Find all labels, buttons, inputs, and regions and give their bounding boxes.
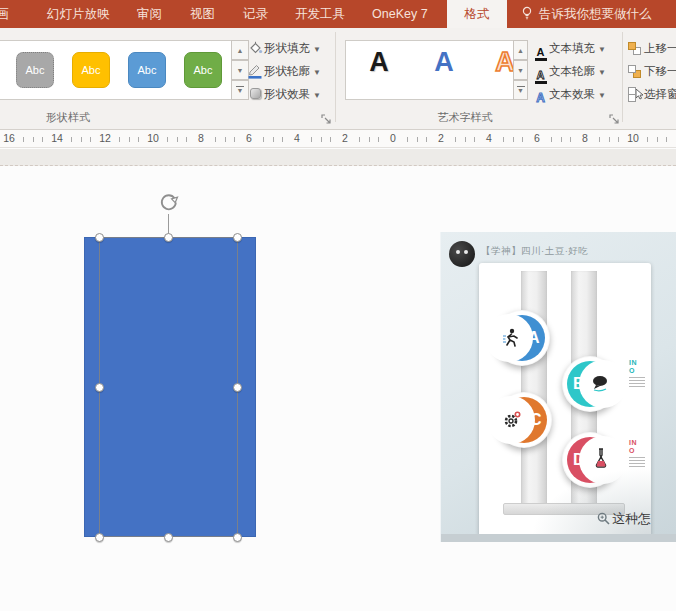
ruler-number: 8 [576, 132, 594, 144]
item-letter: B [573, 375, 585, 393]
option-text-d: IN O [629, 439, 651, 467]
tab-review[interactable]: 审阅 [137, 0, 162, 28]
speech-bubble-icon [590, 373, 610, 397]
resize-handle-bottom-center[interactable] [164, 533, 173, 542]
tell-me-box[interactable]: 告诉我你想要做什么 [521, 0, 652, 28]
text-fill-icon: A [532, 46, 549, 62]
text-outline-icon: A [532, 69, 549, 85]
shape-fill-button[interactable]: 形状填充▼ [247, 38, 321, 59]
text-fill-label: 文本填充 [549, 42, 595, 54]
dialog-launcher-icon[interactable] [321, 111, 333, 123]
ruler-number: 4 [480, 132, 498, 144]
send-backward-button[interactable]: 下移一层 [627, 61, 676, 82]
flask-icon [591, 447, 611, 473]
text-outline-label: 文本轮廓 [549, 65, 595, 77]
resize-handle-middle-right[interactable] [233, 383, 242, 392]
rotate-handle-icon[interactable] [158, 192, 180, 214]
bring-forward-button[interactable]: 上移一层 [627, 38, 676, 59]
dialog-launcher-icon[interactable] [609, 111, 621, 123]
resize-handle-bottom-right[interactable] [233, 533, 242, 542]
resize-handle-middle-left[interactable] [95, 383, 104, 392]
shape-effects-button[interactable]: 形状效果▼ [247, 84, 321, 105]
shape-outline-label: 形状轮廓 [264, 65, 310, 77]
dropdown-arrow-icon: ▼ [313, 68, 321, 77]
infographic-item-c: C [496, 392, 552, 448]
ruler-number: 10 [144, 132, 162, 144]
dropdown-arrow-icon: ▼ [313, 91, 321, 100]
resize-handle-top-right[interactable] [233, 233, 242, 242]
ruler-number: 8 [192, 132, 210, 144]
wordart-preset-blue[interactable]: A [422, 47, 466, 78]
tab-record[interactable]: 记录 [243, 0, 268, 28]
text-effects-icon: A [532, 92, 549, 108]
paint-bucket-icon [247, 40, 264, 56]
bring-forward-icon [627, 40, 644, 56]
infographic-item-a: A [494, 310, 550, 366]
powerpoint-format-tab-screen: { "tabbar": { "tabs": [ {"label": "动画"},… [0, 0, 676, 611]
shape-fill-label: 形状填充 [264, 42, 310, 54]
dropdown-arrow-icon: ▼ [598, 68, 606, 77]
pencil-outline-icon [247, 63, 264, 79]
tab-slideshow[interactable]: 幻灯片放映 [47, 0, 110, 28]
ruler-number: 10 [624, 132, 642, 144]
ruler-number: 6 [240, 132, 258, 144]
shape-styles-group-label: 形状样式 [40, 110, 96, 125]
infographic-item-b: B [562, 356, 618, 412]
tab-developer[interactable]: 开发工具 [295, 0, 345, 28]
ruler-number: 0 [384, 132, 402, 144]
selection-pane-icon [627, 86, 644, 102]
ruler-number: 4 [288, 132, 306, 144]
dropdown-arrow-icon: ▼ [313, 45, 321, 54]
send-backward-label: 下移一层 [644, 65, 676, 77]
ruler-number: 2 [336, 132, 354, 144]
horizontal-ruler[interactable]: 16 14 12 10 8 6 4 2 0 2 4 6 8 10 [0, 130, 676, 148]
shape-style-preset-gray[interactable]: Abc [16, 52, 54, 88]
text-effects-button[interactable]: A文本效果▼ [532, 84, 606, 105]
resize-handle-top-left[interactable] [95, 233, 104, 242]
shape-style-preset-blue[interactable]: Abc [128, 52, 166, 88]
lightbulb-icon [521, 2, 533, 30]
resize-handle-bottom-left[interactable] [95, 533, 104, 542]
selection-pane-button[interactable]: 选择窗格 [627, 84, 676, 105]
tab-animation[interactable]: 动画 [0, 0, 9, 28]
shape-outline-button[interactable]: 形状轮廓▼ [247, 61, 321, 82]
runner-icon [502, 328, 520, 352]
infographic-ribbon-bar [521, 271, 547, 511]
picture-caption: 这种怎 [597, 510, 651, 528]
resize-handle-top-center[interactable] [164, 233, 173, 242]
tab-format-active[interactable]: 格式 [447, 0, 507, 28]
shape-effects-icon [247, 86, 264, 102]
item-letter: A [528, 329, 540, 347]
gallery-scroll-up-icon[interactable]: ▲ [513, 40, 528, 60]
ruler-number: 12 [96, 132, 114, 144]
text-outline-button[interactable]: A文本轮廓▼ [532, 61, 606, 82]
slide-editing-area[interactable]: 【学神】四川·土豆·好吃 A B [0, 167, 676, 611]
send-backward-icon [627, 63, 644, 79]
caption-text: 这种怎 [612, 511, 651, 526]
tab-onekey[interactable]: OneKey 7 [372, 0, 428, 28]
chat-sender-name: 【学神】四川·土豆·好吃 [481, 245, 588, 258]
wordart-styles-group-label: 艺术字样式 [435, 110, 495, 125]
ribbon-format-contextual: Abc Abc Abc Abc ▲ ▼ ▼ 形状填充▼ 形状轮廓▼ 形状效果▼ … [0, 28, 676, 130]
gallery-scroll-down-icon[interactable]: ▼ [513, 60, 528, 80]
wordart-preset-black[interactable]: A [357, 47, 401, 78]
dropdown-arrow-icon: ▼ [598, 45, 606, 54]
text-fill-button[interactable]: A文本填充▼ [532, 38, 606, 59]
ruler-number: 16 [0, 132, 18, 144]
shape-style-preset-yellow[interactable]: Abc [72, 52, 110, 88]
gear-icon [503, 410, 523, 434]
bring-forward-label: 上移一层 [644, 42, 676, 54]
tab-view[interactable]: 视图 [190, 0, 215, 28]
gallery-more-icon[interactable]: ▼ [513, 80, 528, 100]
avatar [449, 241, 475, 267]
ribbon-tab-bar: 动画 幻灯片放映 审阅 视图 记录 开发工具 OneKey 7 格式 告诉我你想… [0, 0, 676, 28]
infographic-card: A B C D [479, 263, 651, 537]
shape-style-gallery: Abc Abc Abc Abc [0, 40, 232, 100]
picture-bottom-strip [441, 534, 676, 542]
reference-picture[interactable]: 【学神】四川·土豆·好吃 A B [440, 232, 676, 542]
shape-style-preset-green[interactable]: Abc [184, 52, 222, 88]
ruler-number: 2 [432, 132, 450, 144]
ruler-number: 6 [528, 132, 546, 144]
tell-me-label: 告诉我你想要做什么 [539, 7, 652, 21]
slide-area-top-margin [0, 149, 676, 166]
